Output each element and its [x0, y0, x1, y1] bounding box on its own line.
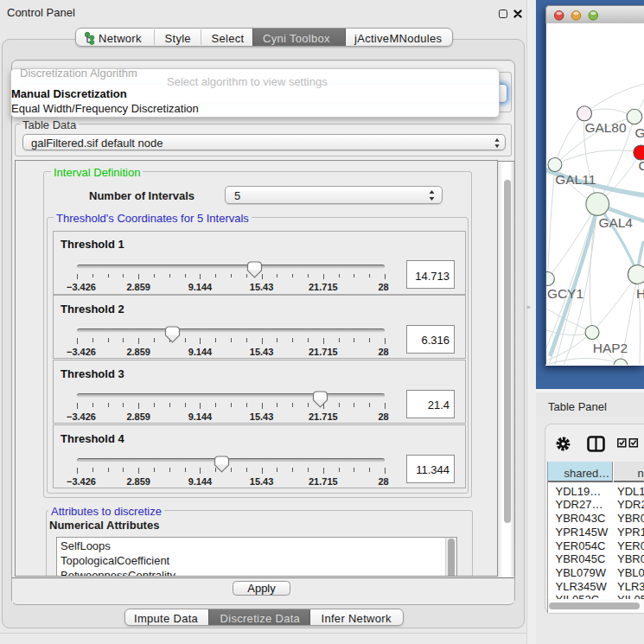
svg-text:GAL4: GAL4 [598, 215, 633, 230]
svg-text:H: H [636, 285, 644, 300]
svg-text:G.: G. [634, 125, 644, 140]
svg-text:GAL11: GAL11 [555, 171, 596, 186]
svg-text:HAP2: HAP2 [593, 341, 628, 355]
svg-text:C: C [638, 158, 644, 173]
svg-text:GAL80: GAL80 [584, 120, 626, 135]
svg-text:GCY1: GCY1 [547, 286, 583, 301]
